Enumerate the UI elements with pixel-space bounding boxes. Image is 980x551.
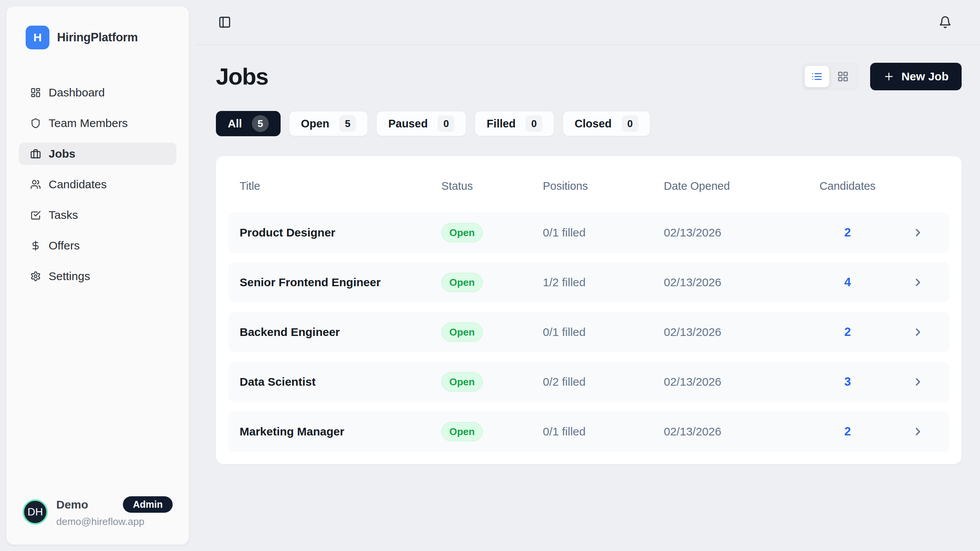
date-opened-cell: 02/13/2026 bbox=[664, 326, 817, 339]
filter-tab-paused[interactable]: Paused 0 bbox=[376, 111, 466, 136]
sidebar-item-label: Team Members bbox=[49, 117, 128, 130]
status-badge: Open bbox=[441, 223, 483, 242]
dollar-icon bbox=[30, 240, 41, 251]
list-icon bbox=[811, 71, 823, 82]
shield-icon bbox=[30, 118, 41, 129]
column-header-title: Title bbox=[240, 180, 441, 192]
panel-left-icon bbox=[218, 16, 231, 29]
sidebar-toggle-button[interactable] bbox=[218, 16, 231, 29]
column-header-date-opened: Date Opened bbox=[664, 180, 817, 192]
table-row[interactable]: Marketing Manager Open 0/1 filled 02/13/… bbox=[228, 411, 949, 452]
candidates-count[interactable]: 4 bbox=[817, 276, 878, 289]
user-email: demo@hireflow.app bbox=[56, 516, 173, 528]
table-row[interactable]: Data Scientist Open 0/2 filled 02/13/202… bbox=[228, 362, 949, 402]
grid-icon bbox=[837, 71, 849, 82]
sidebar-item-team-members[interactable]: Team Members bbox=[19, 112, 176, 134]
job-title: Backend Engineer bbox=[240, 326, 441, 339]
jobs-table-card: Title Status Positions Date Opened Candi… bbox=[216, 156, 962, 464]
chevron-right-icon[interactable] bbox=[878, 227, 938, 239]
avatar: DH bbox=[23, 499, 48, 525]
table-row[interactable]: Product Designer Open 0/1 filled 02/13/2… bbox=[228, 212, 949, 253]
role-badge: Admin bbox=[123, 496, 173, 513]
chevron-right-icon[interactable] bbox=[878, 425, 938, 438]
filter-count-badge: 5 bbox=[339, 115, 356, 132]
filter-tab-filled[interactable]: Filled 0 bbox=[475, 111, 554, 136]
filter-tab-closed[interactable]: Closed 0 bbox=[563, 111, 650, 136]
dashboard-icon bbox=[30, 87, 41, 98]
positions-cell: 0/1 filled bbox=[543, 226, 664, 239]
sidebar-item-label: Dashboard bbox=[49, 86, 105, 99]
date-opened-cell: 02/13/2026 bbox=[664, 375, 817, 388]
status-badge: Open bbox=[441, 273, 483, 292]
candidates-count[interactable]: 2 bbox=[817, 425, 878, 439]
table-row[interactable]: Backend Engineer Open 0/1 filled 02/13/2… bbox=[228, 312, 949, 352]
chevron-right-icon[interactable] bbox=[878, 326, 938, 338]
candidates-count[interactable]: 2 bbox=[817, 325, 878, 339]
sidebar-item-settings[interactable]: Settings bbox=[19, 265, 176, 287]
filter-label: Closed bbox=[575, 117, 612, 130]
briefcase-icon bbox=[30, 148, 41, 159]
filter-label: Paused bbox=[388, 117, 428, 130]
date-opened-cell: 02/13/2026 bbox=[664, 226, 817, 239]
candidates-count[interactable]: 3 bbox=[817, 375, 878, 389]
status-filters: All 5 Open 5 Paused 0 Filled 0 Closed 0 bbox=[216, 111, 962, 136]
gear-icon bbox=[30, 271, 41, 282]
sidebar-item-jobs[interactable]: Jobs bbox=[19, 143, 176, 165]
sidebar-item-label: Candidates bbox=[49, 178, 107, 191]
new-job-label: New Job bbox=[902, 70, 949, 83]
job-title: Product Designer bbox=[240, 226, 441, 239]
bell-icon bbox=[939, 16, 952, 29]
status-badge: Open bbox=[441, 422, 483, 441]
date-opened-cell: 02/13/2026 bbox=[664, 276, 817, 289]
sidebar-nav: Dashboard Team Members Jobs Candidates T… bbox=[7, 82, 189, 287]
sidebar-item-label: Jobs bbox=[49, 147, 75, 160]
user-profile[interactable]: DH Demo Admin demo@hireflow.app bbox=[7, 496, 189, 544]
column-header-status: Status bbox=[441, 180, 543, 192]
filter-tab-all[interactable]: All 5 bbox=[216, 111, 281, 136]
filter-count-badge: 5 bbox=[252, 115, 269, 132]
candidates-count[interactable]: 2 bbox=[817, 226, 878, 240]
job-title: Senior Frontend Engineer bbox=[240, 276, 441, 289]
notifications-button[interactable] bbox=[939, 16, 952, 29]
filter-count-badge: 0 bbox=[438, 115, 454, 132]
brand: H HiringPlatform bbox=[7, 7, 189, 49]
grid-view-button[interactable] bbox=[831, 66, 855, 87]
job-title: Marketing Manager bbox=[240, 425, 441, 438]
positions-cell: 0/1 filled bbox=[543, 326, 664, 339]
sidebar: H HiringPlatform Dashboard Team Members … bbox=[6, 6, 189, 545]
positions-cell: 0/1 filled bbox=[543, 425, 664, 438]
user-name: Demo bbox=[56, 498, 88, 511]
sidebar-item-candidates[interactable]: Candidates bbox=[19, 173, 176, 196]
table-header: Title Status Positions Date Opened Candi… bbox=[228, 168, 949, 212]
filter-tab-open[interactable]: Open 5 bbox=[289, 111, 368, 136]
topbar bbox=[196, 0, 980, 45]
column-header-candidates: Candidates bbox=[817, 180, 878, 192]
chevron-right-icon[interactable] bbox=[878, 376, 938, 388]
view-toggle bbox=[802, 63, 858, 90]
main-area: Jobs bbox=[196, 0, 980, 551]
brand-name: HiringPlatform bbox=[57, 31, 138, 44]
filter-label: Filled bbox=[487, 117, 516, 130]
plus-icon bbox=[883, 71, 895, 82]
job-title: Data Scientist bbox=[240, 375, 441, 388]
sidebar-item-label: Offers bbox=[49, 239, 80, 252]
sidebar-item-tasks[interactable]: Tasks bbox=[19, 204, 176, 226]
positions-cell: 1/2 filled bbox=[543, 276, 664, 289]
page-title: Jobs bbox=[216, 63, 268, 90]
new-job-button[interactable]: New Job bbox=[870, 63, 962, 90]
head-controls: New Job bbox=[802, 63, 962, 90]
status-badge: Open bbox=[441, 323, 483, 342]
sidebar-item-dashboard[interactable]: Dashboard bbox=[19, 82, 176, 104]
positions-cell: 0/2 filled bbox=[543, 375, 664, 388]
chevron-right-icon[interactable] bbox=[878, 276, 938, 289]
filter-label: Open bbox=[301, 117, 329, 130]
filter-count-badge: 0 bbox=[622, 115, 639, 132]
brand-logo: H bbox=[26, 26, 49, 49]
table-row[interactable]: Senior Frontend Engineer Open 1/2 filled… bbox=[228, 262, 949, 303]
sidebar-item-offers[interactable]: Offers bbox=[19, 235, 176, 257]
filter-count-badge: 0 bbox=[526, 115, 542, 132]
sidebar-item-label: Tasks bbox=[49, 209, 78, 222]
date-opened-cell: 02/13/2026 bbox=[664, 425, 817, 438]
list-view-button[interactable] bbox=[805, 66, 829, 87]
check-square-icon bbox=[30, 210, 41, 220]
